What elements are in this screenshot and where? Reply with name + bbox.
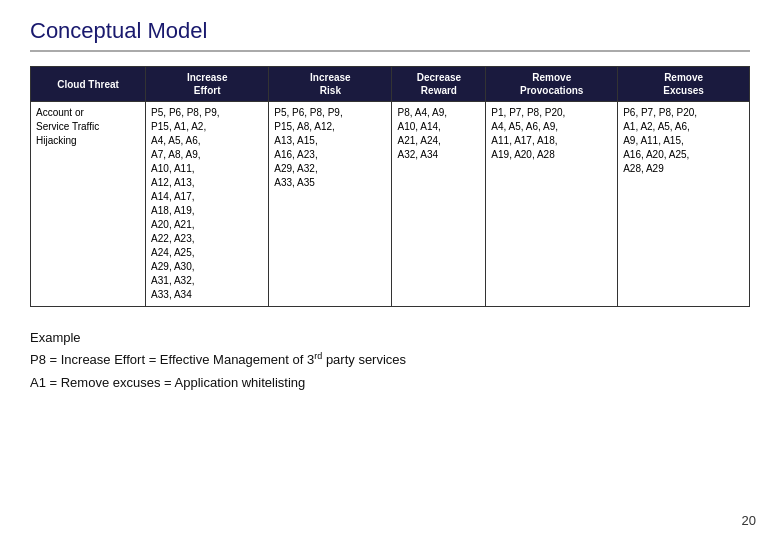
col-header-increase-effort: IncreaseEffort <box>146 67 269 102</box>
footer-line2-pre: P8 = Increase Effort = Effective Managem… <box>30 352 314 367</box>
col-header-increase-risk: IncreaseRisk <box>269 67 392 102</box>
table-cell: P1, P7, P8, P20,A4, A5, A6, A9,A11, A17,… <box>486 102 618 307</box>
conceptual-model-table: Cloud Threat IncreaseEffort IncreaseRisk… <box>30 66 750 307</box>
col-header-decrease-reward: DecreaseReward <box>392 67 486 102</box>
footer-text: Example P8 = Increase Effort = Effective… <box>30 327 750 394</box>
footer-line3: A1 = Remove excuses = Application whitel… <box>30 372 750 394</box>
table-cell: P6, P7, P8, P20,A1, A2, A5, A6,A9, A11, … <box>618 102 750 307</box>
page-container: Conceptual Model Cloud Threat IncreaseEf… <box>0 0 780 540</box>
table-cell: P8, A4, A9,A10, A14,A21, A24,A32, A34 <box>392 102 486 307</box>
page-number: 20 <box>742 513 756 528</box>
page-title: Conceptual Model <box>30 18 750 52</box>
table-row: Account orService TrafficHijackingP5, P6… <box>31 102 750 307</box>
col-header-cloud-threat: Cloud Threat <box>31 67 146 102</box>
col-header-remove-excuses: RemoveExcuses <box>618 67 750 102</box>
footer-line2: P8 = Increase Effort = Effective Managem… <box>30 349 750 371</box>
table-cell: P5, P6, P8, P9,P15, A8, A12,A13, A15,A16… <box>269 102 392 307</box>
table-cell: Account orService TrafficHijacking <box>31 102 146 307</box>
table-wrapper: Cloud Threat IncreaseEffort IncreaseRisk… <box>30 66 750 307</box>
col-header-remove-provocations: RemoveProvocations <box>486 67 618 102</box>
table-header-row: Cloud Threat IncreaseEffort IncreaseRisk… <box>31 67 750 102</box>
footer-line2-post: party services <box>322 352 406 367</box>
footer-line1: Example <box>30 327 750 349</box>
table-cell: P5, P6, P8, P9,P15, A1, A2,A4, A5, A6,A7… <box>146 102 269 307</box>
